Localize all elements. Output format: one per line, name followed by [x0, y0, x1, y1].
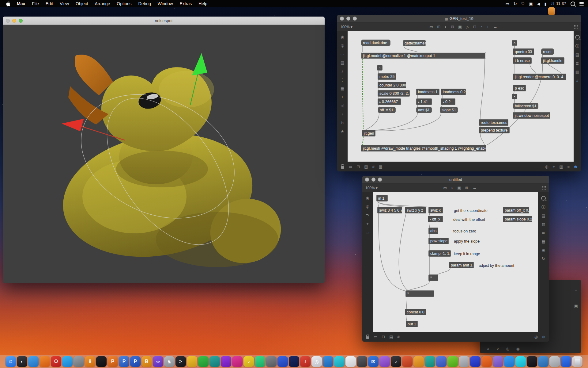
patch-comment[interactable]: deal with the offset	[453, 217, 486, 223]
status-icon[interactable]: ▮	[545, 2, 547, 6]
status-icon[interactable]: ▭	[505, 2, 509, 6]
dock-app-9[interactable]	[96, 356, 107, 367]
dock-app-48[interactable]	[538, 356, 548, 367]
patch-box[interactable]: jit.gl.handle	[541, 57, 564, 64]
dock-app-34[interactable]	[379, 356, 390, 367]
toolbar-icon[interactable]: ▣	[574, 304, 578, 308]
menu-clock[interactable]: 月 11:37	[551, 1, 566, 6]
toolbar-icon[interactable]: ▦	[341, 86, 344, 90]
spotlight-icon[interactable]	[571, 2, 575, 6]
toolbar-icon[interactable]: +	[341, 95, 344, 99]
toolbar-icon[interactable]: ⊡	[356, 165, 360, 169]
patch-box[interactable]: swiz x	[428, 207, 443, 213]
dock-app-16[interactable]: >	[175, 356, 186, 367]
dock-app-47[interactable]	[527, 356, 537, 367]
dock-app-17[interactable]	[187, 356, 197, 367]
dock-app-15[interactable]: ♞	[164, 356, 175, 367]
toolbar-icon[interactable]: ⊠	[451, 25, 454, 29]
dock-app-1[interactable]: ☺	[6, 356, 16, 367]
toolbar-icon[interactable]: ▤	[541, 214, 545, 218]
toolbar-icon[interactable]: #	[398, 335, 400, 339]
dock-app-20[interactable]	[221, 356, 231, 367]
apple-menu[interactable]	[6, 1, 10, 6]
lock-icon[interactable]	[366, 336, 369, 339]
toolbar-icon[interactable]: ⊃	[366, 213, 369, 217]
patch-box[interactable]: *	[405, 290, 434, 297]
dock-app-32[interactable]	[357, 356, 367, 367]
menu-arrange[interactable]: Arrange	[95, 1, 110, 6]
toolbar-icon[interactable]: ⊠	[465, 186, 469, 190]
status-icon[interactable]: ↻	[514, 2, 517, 6]
dock-app-44[interactable]	[493, 356, 503, 367]
patch-box[interactable]: metro 25	[378, 73, 396, 80]
toolbar-icon[interactable]: ◔	[480, 25, 483, 29]
dock-app-23[interactable]	[255, 356, 265, 367]
dock-app-36[interactable]	[402, 356, 413, 367]
dock-app-14[interactable]: ∞	[153, 356, 163, 367]
toolbar-icon[interactable]: ◎	[534, 335, 538, 339]
zoom-control[interactable]: 100%▾	[340, 25, 352, 29]
dock-app-13[interactable]: B	[141, 356, 152, 367]
object-palette-icon[interactable]	[574, 25, 578, 29]
dock-app-8[interactable]: 8	[85, 356, 95, 367]
toolbar-icon[interactable]: ⓘ	[541, 205, 545, 209]
patch-box[interactable]: reset	[541, 48, 554, 55]
dock-app-4[interactable]	[40, 356, 50, 367]
toolbar-icon[interactable]: ☁	[473, 186, 477, 190]
toolbar-icon[interactable]: ▥	[541, 222, 545, 226]
menu-extras[interactable]: Extras	[180, 1, 192, 6]
toolbar-icon[interactable]: ◉	[516, 347, 519, 351]
dock-app-41[interactable]	[459, 356, 469, 367]
status-icon[interactable]: ◀	[537, 2, 540, 6]
dock-app-10[interactable]: P	[107, 356, 118, 367]
lock-icon[interactable]	[341, 166, 344, 169]
patch-box[interactable]: jit.gl.render @camera 0. 0. 4.	[513, 74, 566, 80]
patch-comment[interactable]: get the x coordinate	[453, 208, 488, 214]
toolbar-icon[interactable]: ▣	[458, 25, 462, 29]
toolbar-icon[interactable]: ▷	[466, 25, 469, 29]
toggle-box[interactable]: ×	[512, 40, 517, 46]
toolbar-icon[interactable]: ♪	[341, 69, 344, 73]
dock-app-45[interactable]	[504, 356, 514, 367]
toolbar-icon[interactable]: ▭	[429, 25, 433, 29]
patch-box[interactable]: param amt 1.	[449, 262, 474, 268]
dock-app-37[interactable]	[413, 356, 424, 367]
toolbar-icon[interactable]: ▤	[341, 61, 344, 65]
patch-box[interactable]: route texnames	[479, 119, 508, 126]
patch-box[interactable]: out 1	[406, 321, 418, 327]
menu-max[interactable]: Max	[17, 1, 25, 6]
toolbar-icon[interactable]: ◔	[341, 112, 344, 116]
toolbar-icon[interactable]: b	[341, 121, 343, 125]
patch-box[interactable]: off_x $1	[378, 107, 396, 113]
patch-box[interactable]: scale 0 300 -2. 2.	[378, 90, 410, 97]
toolbar-icon[interactable]: ◎	[341, 44, 344, 48]
untitled-titlebar[interactable]: untitled	[362, 176, 549, 183]
toolbar-icon[interactable]: ▭	[443, 186, 447, 190]
toolbar-icon[interactable]: ▭	[366, 230, 369, 234]
dock-app-35[interactable]: ♪	[391, 356, 401, 367]
trash[interactable]	[572, 356, 582, 367]
toolbar-icon[interactable]: ▥	[559, 165, 563, 169]
toolbar-icon[interactable]: ∨	[496, 347, 499, 351]
menu-help[interactable]: Help	[198, 1, 207, 6]
dock-app-42[interactable]	[470, 356, 481, 367]
dock-app-40[interactable]	[447, 356, 458, 367]
patch-box[interactable]: *	[428, 274, 438, 281]
gl-viewport[interactable]	[3, 25, 325, 283]
dock-app-6[interactable]	[62, 356, 73, 367]
dock-app-7[interactable]	[74, 356, 84, 367]
toolbar-icon[interactable]: ⊕	[542, 335, 545, 339]
patch-box[interactable]: param slope 0.2	[503, 216, 532, 222]
menu-edit[interactable]: Edit	[46, 1, 53, 6]
patch-box[interactable]: clamp -1. 1.	[428, 250, 451, 257]
noisespot-titlebar[interactable]: noisespot	[3, 17, 325, 25]
toolbar-icon[interactable]: #	[576, 79, 578, 82]
patch-box[interactable]: gettexnames	[403, 40, 426, 46]
toolbar-icon[interactable]: ▦	[379, 165, 383, 169]
toolbar-icon[interactable]: ∧	[487, 347, 490, 351]
patch-box[interactable]: prepend texture	[479, 127, 510, 133]
dock-app-31[interactable]	[345, 356, 356, 367]
dock-app-30[interactable]	[334, 356, 345, 367]
toolbar-icon[interactable]: ▭	[349, 165, 352, 169]
dock-app-33[interactable]: ✉	[368, 356, 379, 367]
